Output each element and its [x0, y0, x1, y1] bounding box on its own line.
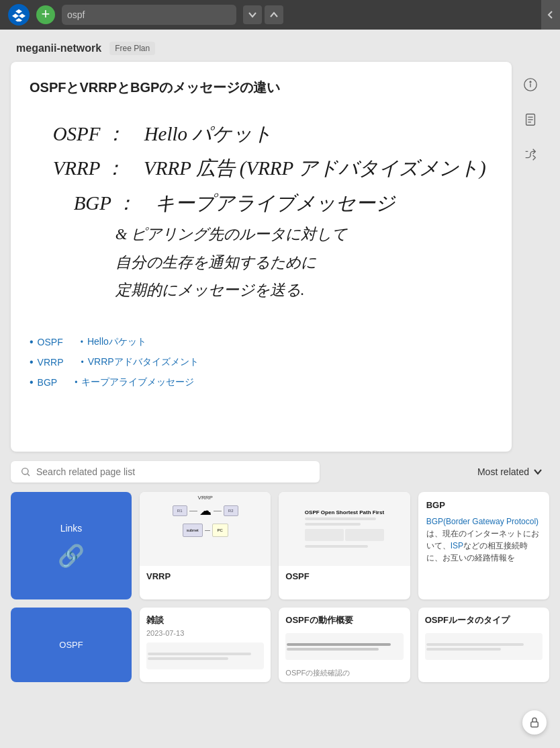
add-icon: +	[42, 7, 50, 22]
network-cloud-icon: ☁	[199, 503, 212, 518]
isp-link[interactable]: ISP	[451, 541, 463, 550]
svg-point-8	[530, 81, 531, 83]
search-input[interactable]	[67, 9, 231, 20]
card-grid-row1: Links 🔗 VRRP R1 ☁ R2 subnet	[11, 492, 549, 599]
search-icon	[20, 466, 31, 477]
svg-text:BGP ：　キープアライブメッセージ: BGP ： キープアライブメッセージ	[74, 192, 396, 214]
vrrp-diagram: R1 ☁ R2	[173, 503, 238, 518]
ospf-small-grid	[305, 529, 384, 541]
list-item-bgp: BGP キープアライブメッセージ	[30, 372, 493, 392]
zatsudan-title: 雑談	[140, 608, 271, 629]
sub-item-hello: Helloパケット	[87, 336, 146, 348]
vrrp-subnet-box: subnet	[183, 524, 203, 537]
ospf-overview-preview	[285, 633, 403, 660]
ospf-preview: OSPF Open Shortest Path First	[279, 492, 410, 566]
ospf-types-card[interactable]: OSPFルータのタイプ	[418, 608, 549, 682]
sub-item-keepalive: キープアライブメッセージ	[81, 376, 194, 388]
ospf-overview-subtitle: OSPFの接続確認の	[279, 665, 410, 682]
svg-text:OSPF ：　Hello パケット: OSPF ： Hello パケット	[53, 123, 273, 144]
note-card: OSPFとVRRPとBGPのメッセージの違い OSPF ： Hello パケット…	[11, 62, 512, 452]
nav-up-button[interactable]	[265, 5, 283, 24]
svg-rect-15	[531, 722, 539, 727]
ospf-types-line-1	[426, 643, 524, 646]
related-search-input[interactable]	[36, 466, 310, 477]
bullet-item-bgp-label: BGP	[38, 377, 58, 388]
ospf-preview-line-2	[305, 523, 361, 526]
topbar: +	[0, 0, 560, 30]
zatsudan-card[interactable]: 雑談 2023-07-13	[140, 608, 271, 682]
bgp-card[interactable]: BGP BGP(Border Gateway Protocol)は、現在のインタ…	[418, 492, 549, 599]
links-card[interactable]: Links 🔗	[11, 492, 132, 599]
vrrp-line-1	[189, 511, 197, 511]
zatsudan-line-2	[148, 657, 228, 660]
svg-text:自分の生存を通知するために: 自分の生存を通知するために	[115, 254, 316, 271]
vrrp-preview-title: VRRP	[198, 495, 213, 501]
svg-line-14	[28, 474, 30, 476]
links-card-label: Links	[60, 523, 83, 534]
sort-dropdown[interactable]: Most related	[471, 462, 549, 481]
handwritten-svg: OSPF ： Hello パケット VRRP ： VRRP 広告 (VRRP ア…	[30, 109, 493, 310]
bgp-link[interactable]: BGP(Border Gateway Protocol)	[426, 517, 539, 526]
bullet-item-vrrp-label: VRRP	[38, 357, 64, 368]
ospf-overview-card[interactable]: OSPFの動作概要 OSPFの接続確認の	[279, 608, 410, 682]
list-item-vrrp-adv: VRRPアドバタイズメント	[81, 354, 199, 370]
vrrp-diagram-preview: VRRP R1 ☁ R2 subnet PC	[140, 492, 271, 566]
ospf-card[interactable]: OSPF Open Shortest Path First OSPF	[279, 492, 410, 599]
ospf-grid-box-1	[305, 529, 344, 541]
link-icon: 🔗	[58, 543, 85, 569]
vrrp-box-1: R1	[173, 505, 187, 516]
ospf-types-preview	[425, 633, 543, 660]
vrrp-preview: VRRP R1 ☁ R2 subnet PC	[140, 492, 271, 566]
ospf-types-title: OSPFルータのタイプ	[418, 608, 549, 629]
shuffle-icon	[523, 147, 538, 162]
ospf-blue-card[interactable]: OSPF	[11, 608, 132, 682]
collapse-icon	[546, 10, 555, 19]
ospf-card-title: OSPF	[279, 566, 410, 587]
list-item-vrrp: VRRP VRRPアドバタイズメント	[30, 352, 493, 372]
add-button[interactable]: +	[36, 5, 55, 24]
vrrp-conn-line	[205, 530, 210, 531]
zatsudan-line-1	[148, 653, 251, 655]
svg-point-13	[22, 468, 28, 474]
app-logo[interactable]	[8, 4, 30, 26]
ospf-overview-line-2	[287, 648, 379, 651]
list-item-ospf: OSPF Helloパケット	[30, 332, 493, 352]
plan-badge: Free Plan	[109, 42, 155, 55]
related-search-box[interactable]	[11, 461, 320, 483]
collapse-button[interactable]	[541, 0, 560, 30]
chevron-down-icon	[248, 10, 257, 19]
bgp-card-title: BGP	[426, 500, 541, 510]
lock-icon	[528, 716, 541, 729]
vrrp-pc-box: PC	[212, 524, 228, 537]
vrrp-card[interactable]: VRRP R1 ☁ R2 subnet PC VRRP	[140, 492, 271, 599]
info-icon	[523, 77, 538, 92]
sort-chevron-icon	[533, 467, 543, 476]
main-content: OSPFとVRRPとBGPのメッセージの違い OSPF ： Hello パケット…	[0, 62, 560, 452]
ospf-preview-content: OSPF Open Shortest Path First	[302, 507, 387, 551]
ospf-preview-line-3	[305, 545, 369, 548]
vrrp-box-2: R2	[224, 505, 238, 516]
svg-text:定期的にメッセージを送る.: 定期的にメッセージを送る.	[115, 282, 305, 298]
bullet-item-ospf-label: OSPF	[38, 337, 63, 347]
related-section: Most related Links 🔗 VRRP R1 ☁ R2	[0, 452, 560, 682]
ospf-grid-box-2	[345, 529, 384, 541]
sub-item-vrrp-adv: VRRPアドバタイズメント	[88, 356, 199, 368]
search-bar[interactable]	[62, 5, 236, 25]
document-icon-button[interactable]	[518, 108, 543, 132]
ospf-preview-title-text: OSPF Open Shortest Path First	[305, 509, 384, 515]
document-icon	[523, 112, 538, 127]
svg-text:& ピアリング先のルータに対して: & ピアリング先のルータに対して	[115, 226, 348, 243]
lock-button[interactable]	[522, 710, 547, 735]
ospf-types-line-2	[426, 648, 501, 651]
vrrp-line-2	[214, 511, 222, 511]
ospf-blue-label: OSPF	[59, 640, 83, 650]
search-sort-row: Most related	[11, 461, 549, 483]
handwritten-area: OSPF ： Hello パケット VRRP ： VRRP 広告 (VRRP ア…	[30, 109, 493, 319]
shuffle-icon-button[interactable]	[518, 142, 543, 167]
side-icons-panel	[512, 62, 549, 452]
info-icon-button[interactable]	[518, 73, 543, 97]
zatsudan-preview	[146, 642, 264, 669]
note-title: OSPFとVRRPとBGPのメッセージの違い	[30, 78, 493, 97]
nav-buttons	[243, 5, 283, 24]
nav-down-button[interactable]	[243, 5, 262, 24]
